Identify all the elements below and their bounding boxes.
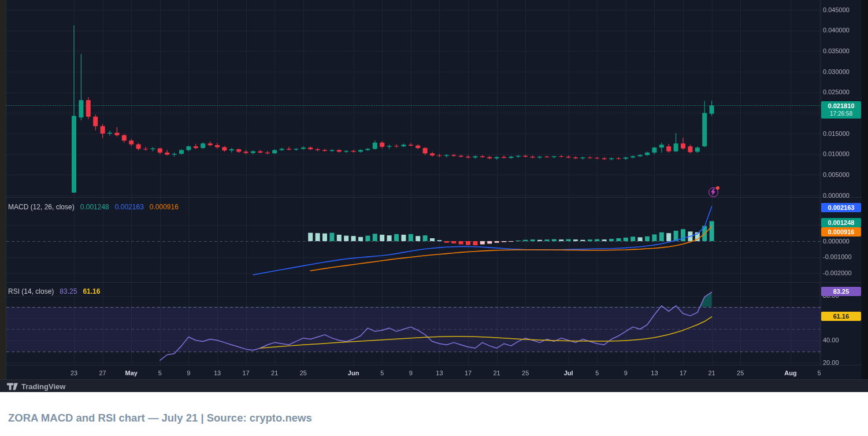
caption: ZORA MACD and RSI chart — July 21 | Sour…	[8, 412, 868, 424]
time-axis-tick-label: 5	[380, 370, 384, 376]
macd-legend-title: MACD (12, 26, close)	[8, 203, 75, 211]
time-axis-tick-label: 9	[187, 370, 190, 376]
y-axis-tick-label: 0.030000	[823, 68, 850, 76]
time-axis-tick-label: 9	[409, 370, 413, 376]
y-axis-tick-label: 0.005000	[823, 171, 850, 179]
rsi-panel[interactable]	[6, 283, 821, 365]
time-axis-tick-label: 25	[522, 370, 529, 376]
time-axis-tick-label: Aug	[784, 370, 796, 376]
tradingview-chart: MACD (12, 26, close) 0.001248 0.002163 0…	[0, 0, 868, 392]
y-axis-tick-label: 0.000000	[823, 192, 850, 199]
y-axis-tick-label: -0.001000	[823, 253, 852, 261]
rsi-legend[interactable]: RSI (14, close) 83.25 61.16	[8, 287, 100, 295]
time-axis-tick-label: 21	[493, 370, 500, 376]
time-axis-tick-label: 23	[71, 370, 77, 376]
rsi-ma-value: 61.16	[83, 287, 100, 295]
tradingview-attribution-bar: TradingView	[0, 379, 868, 392]
lightning-icon[interactable]	[709, 187, 718, 197]
time-axis-tick-label: 9	[624, 370, 628, 376]
time-axis-tick-label: 17	[465, 370, 472, 376]
time-axis-tick-label: May	[125, 370, 137, 376]
price-panel[interactable]	[6, 0, 821, 197]
y-axis-tick-label: 0.010000	[823, 150, 850, 158]
page: MACD (12, 26, close) 0.001248 0.002163 0…	[0, 0, 868, 436]
y-axis-tick-label: 0.025000	[823, 88, 850, 96]
time-axis-tick-label: 21	[708, 370, 715, 376]
y-axis-tick-label: 0.045000	[823, 6, 850, 14]
tradingview-logo[interactable]: TradingView	[7, 382, 65, 391]
time-axis-tick-label: 13	[214, 370, 221, 376]
tradingview-logo-icon	[7, 383, 18, 390]
time-axis-tick-label: Jul	[564, 370, 573, 376]
candle-countdown: 17:26:58	[830, 110, 852, 117]
y-axis-tick-label: 0.035000	[823, 47, 850, 55]
time-axis-tick-label: 17	[242, 370, 249, 376]
y-axis-tick-label: 40.00	[823, 337, 839, 344]
time-axis-tick-label: 17	[680, 370, 687, 376]
rsi-badge: 83.25	[821, 287, 861, 296]
time-axis-tick-label: 5	[595, 370, 599, 376]
y-axis-tick-label: 0.000000	[823, 238, 850, 245]
rsi-value: 83.25	[60, 287, 77, 295]
window-left-edge	[0, 0, 6, 379]
time-axis-tick-label: 13	[651, 370, 658, 376]
y-axis-tick-label: 20.00	[823, 359, 839, 367]
macd-histogram-value: 0.001248	[80, 203, 109, 211]
y-axis-tick-label: -0.002000	[823, 269, 852, 277]
last-price-value: 0.021810	[828, 102, 855, 110]
y-axis-tick-label: 0.015000	[823, 130, 850, 138]
tradingview-logo-text: TradingView	[21, 382, 65, 391]
macd-badge: 0.002163	[821, 203, 861, 212]
macd-legend[interactable]: MACD (12, 26, close) 0.001248 0.002163 0…	[8, 203, 179, 211]
y-axis-tick-label: 0.040000	[823, 27, 850, 34]
time-axis-tick-label: 13	[436, 370, 443, 376]
time-axis-tick-label: 25	[737, 370, 744, 376]
lightning-bolt-icon	[710, 189, 716, 195]
time-axis-tick-label: 21	[271, 370, 278, 376]
rsi-legend-title: RSI (14, close)	[8, 287, 54, 295]
time-axis-tick-label: 27	[99, 370, 106, 376]
time-axis-tick-label: 5	[158, 370, 162, 376]
hist-badge: 0.001248	[821, 218, 861, 227]
time-axis-tick-label: 25	[300, 370, 307, 376]
macd-line-value: 0.002163	[115, 203, 144, 211]
time-axis-tick-label: 5	[818, 370, 821, 376]
macd-signal-value: 0.000916	[150, 203, 179, 211]
window-right-edge	[862, 0, 868, 379]
notification-dot	[716, 186, 719, 190]
signal-badge: 0.000916	[821, 227, 861, 237]
time-axis-tick-label: Jun	[348, 370, 359, 376]
price-badge: 0.021810 17:26:58	[821, 101, 861, 119]
ma-badge: 61.16	[821, 312, 861, 321]
